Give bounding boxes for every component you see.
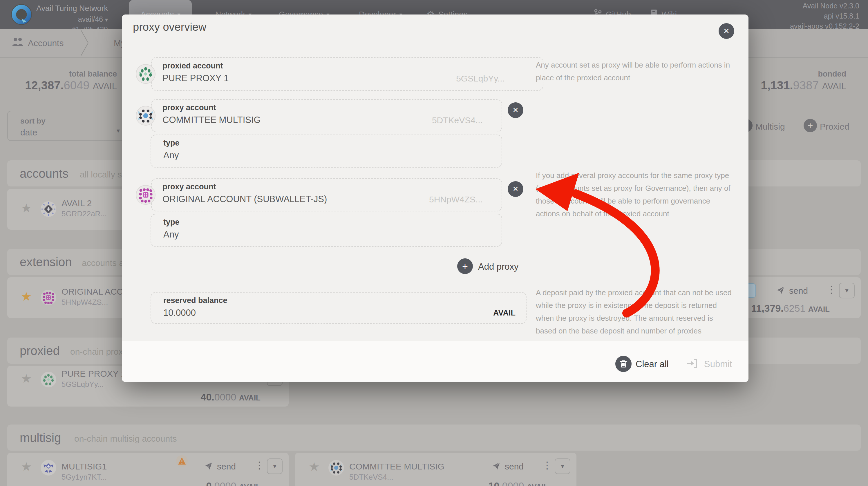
proxied-account-address: 5GSLqbYy... bbox=[406, 74, 505, 84]
favorite-star-icon[interactable]: ★ bbox=[21, 202, 32, 214]
send-button[interactable]: send bbox=[217, 462, 236, 472]
help-text-deposit: A deposit paid by the proxied account th… bbox=[536, 286, 732, 337]
remove-proxy-icon[interactable]: ✕ bbox=[508, 102, 523, 118]
network-name: Avail Turing Network bbox=[27, 4, 108, 13]
reserved-balance-unit: AVAIL bbox=[435, 309, 516, 318]
remove-proxy-icon[interactable]: ✕ bbox=[508, 181, 523, 197]
version-info: Avail Node v2.3.0 api v15.8.1 avail-apps… bbox=[743, 0, 859, 30]
expand-row-button[interactable]: ▾ bbox=[555, 458, 570, 474]
send-button[interactable]: send bbox=[789, 286, 808, 296]
account-balance: 0.0000 AVAIL bbox=[87, 480, 260, 486]
favorite-star-icon[interactable]: ★ bbox=[309, 461, 320, 473]
chain-spec: avail/46 bbox=[78, 15, 103, 23]
send-button[interactable]: send bbox=[505, 462, 524, 472]
screen: Avail Turing Network avail/46 ▾ #1,795,4… bbox=[0, 0, 868, 486]
node-version: Avail Node v2.3.0 bbox=[743, 2, 859, 10]
identicon-original bbox=[41, 290, 56, 305]
proxy-type-value: Any bbox=[163, 150, 179, 161]
identicon-committee bbox=[136, 106, 155, 126]
total-balance-label: total balance bbox=[7, 70, 117, 78]
account-name[interactable]: COMMITTEE MULTISIG bbox=[349, 462, 444, 472]
submit-icon bbox=[686, 358, 698, 370]
clear-all-button[interactable]: Clear all bbox=[636, 359, 669, 369]
send-icon[interactable] bbox=[491, 461, 501, 472]
account-name[interactable]: MULTISIG1 bbox=[62, 462, 107, 472]
accounts-people-icon bbox=[11, 37, 24, 48]
favorite-star-icon[interactable]: ★ bbox=[21, 461, 32, 473]
add-proxied-icon[interactable]: + bbox=[804, 119, 817, 132]
proxy-account-name: ORIGINAL ACCOUNT (SUBWALLET-JS) bbox=[162, 194, 327, 204]
account-address[interactable]: 5GRD22aR... bbox=[62, 209, 107, 218]
account-name[interactable]: PURE PROXY 1 bbox=[62, 369, 126, 379]
account-address[interactable]: 5GSLqbYy... bbox=[62, 380, 104, 389]
proxy-account-address: 5HNpW4ZS... bbox=[384, 195, 483, 204]
favorite-star-icon[interactable]: ★ bbox=[21, 372, 32, 385]
identicon-committee bbox=[329, 460, 344, 476]
account-address[interactable]: 5HNpW4ZS... bbox=[62, 298, 108, 307]
multisig-button[interactable]: Multisig bbox=[755, 122, 785, 132]
help-text-proxy-type: If you add several proxy accounts for th… bbox=[536, 169, 731, 220]
sort-value: date bbox=[20, 128, 37, 137]
account-balance: 40.0000 AVAIL bbox=[87, 391, 260, 403]
send-icon[interactable] bbox=[203, 461, 214, 472]
submit-button[interactable]: Submit bbox=[704, 359, 732, 369]
more-options-icon[interactable]: ⋮ bbox=[827, 284, 836, 295]
add-proxy-button[interactable]: Add proxy bbox=[478, 262, 519, 272]
send-icon[interactable] bbox=[775, 285, 785, 296]
identicon-multisig1 bbox=[41, 460, 56, 476]
close-icon[interactable]: ✕ bbox=[719, 23, 734, 39]
proxy-overview-modal: proxy overview ✕ proxied account PURE PR… bbox=[122, 14, 748, 382]
modal-footer: Clear all Submit bbox=[122, 341, 748, 382]
account-card-multisig1: ★ MULTISIG1 5Gy1yn7KT... send ⋮ ▾ 0.0000… bbox=[7, 453, 289, 486]
api-version: api v15.8.1 bbox=[743, 12, 859, 20]
identicon-pure-proxy bbox=[136, 64, 155, 84]
more-options-icon[interactable]: ⋮ bbox=[542, 459, 552, 471]
proxy-type-field bbox=[151, 134, 502, 168]
proxied-account-name: PURE PROXY 1 bbox=[162, 73, 229, 84]
identicon-original bbox=[136, 185, 155, 205]
favorite-star-icon[interactable]: ★ bbox=[21, 291, 32, 303]
expand-row-button[interactable]: ▾ bbox=[839, 283, 855, 298]
trash-icon[interactable] bbox=[615, 356, 631, 372]
identicon-pure-proxy bbox=[41, 372, 56, 387]
reserved-balance-value: 10.0000 bbox=[163, 307, 196, 318]
tab-accounts[interactable]: Accounts bbox=[28, 38, 64, 48]
proxied-button[interactable]: Proxied bbox=[820, 122, 849, 132]
identicon-avail2 bbox=[41, 201, 56, 217]
proxy-type-field bbox=[151, 214, 502, 247]
account-balance: 10.0000 AVAIL bbox=[374, 480, 548, 486]
more-options-icon[interactable]: ⋮ bbox=[254, 459, 264, 471]
account-name[interactable]: AVAIL 2 bbox=[62, 198, 92, 208]
proxy-type-value: Any bbox=[163, 229, 179, 240]
warning-icon bbox=[176, 455, 188, 468]
caret-down-icon: ▾ bbox=[117, 127, 120, 134]
add-proxy-icon[interactable]: + bbox=[457, 258, 473, 274]
section-multisig-header: multisig on-chain multisig accounts bbox=[7, 424, 861, 451]
proxy-account-name: COMMITTEE MULTISIG bbox=[162, 115, 261, 125]
network-brand[interactable]: Avail Turing Network avail/46 ▾ #1,795,4… bbox=[27, 0, 108, 34]
expand-row-button[interactable]: ▾ bbox=[267, 458, 283, 474]
chevron-separator bbox=[79, 29, 91, 58]
caret-down-icon: ▾ bbox=[105, 17, 108, 23]
help-text-proxied: Any account set as proxy will be able to… bbox=[536, 59, 730, 84]
account-card-committee: ★ COMMITTEE MULTISIG 5DTKeVS4... send ⋮ … bbox=[295, 453, 577, 486]
modal-title: proxy overview bbox=[133, 21, 206, 33]
proxy-account-address: 5DTKeVS4... bbox=[384, 116, 483, 125]
total-balance-value: 12,387.6049 AVAIL bbox=[7, 79, 117, 92]
